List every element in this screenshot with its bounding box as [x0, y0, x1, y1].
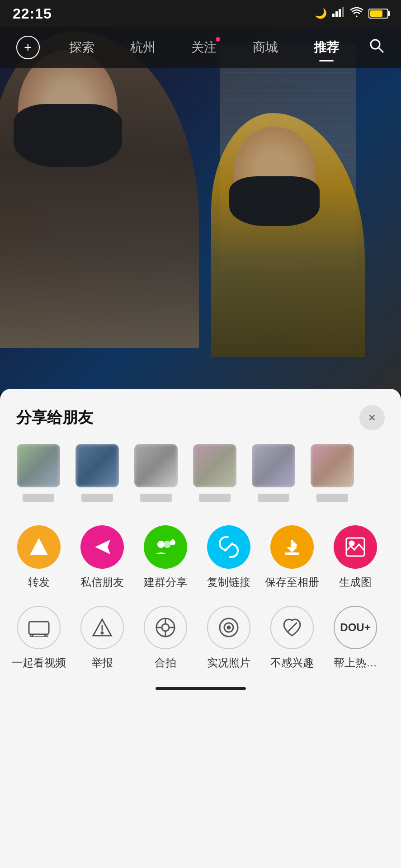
svg-point-4: [371, 40, 380, 49]
friend-avatar: [311, 444, 354, 487]
friend-avatar: [252, 444, 295, 487]
search-button[interactable]: [368, 38, 385, 57]
actions-row-1: 转发 私信朋友 建群分享: [0, 517, 401, 598]
nav-item-hangzhou[interactable]: 杭州: [124, 35, 162, 60]
share-header: 分享给朋友 ×: [0, 389, 401, 439]
friend-avatar: [134, 444, 178, 487]
svg-point-14: [164, 541, 171, 548]
add-button[interactable]: +: [16, 36, 40, 59]
nav-item-explore[interactable]: 探索: [63, 35, 101, 60]
not-interested-icon: [270, 606, 314, 649]
action-report[interactable]: 举报: [71, 602, 134, 674]
private-icon-circle: [80, 525, 124, 569]
share-panel: 分享给朋友 ×: [0, 389, 401, 868]
actions-row-2: 一起看视频 举报: [0, 598, 401, 678]
svg-point-13: [157, 541, 165, 548]
share-title: 分享给朋友: [16, 407, 93, 428]
svg-point-29: [162, 624, 169, 631]
generate-label: 生成图: [339, 575, 372, 590]
friend-item[interactable]: [244, 439, 303, 506]
friend-name: [316, 494, 348, 502]
friend-avatar: [75, 444, 119, 487]
friend-avatar: [193, 444, 236, 487]
collab-label: 合拍: [155, 656, 176, 670]
follow-notification-dot: [216, 37, 220, 42]
report-label: 举报: [91, 656, 113, 670]
svg-rect-25: [29, 622, 49, 634]
svg-line-37: [288, 623, 297, 632]
report-icon: [80, 606, 124, 649]
friend-item[interactable]: [9, 439, 68, 506]
action-generate[interactable]: 生成图: [324, 522, 387, 593]
repost-label: 转发: [28, 575, 50, 590]
svg-rect-0: [332, 14, 335, 17]
watch-together-icon: [17, 606, 61, 649]
signal-icon: [332, 7, 345, 20]
svg-rect-2: [339, 9, 341, 17]
friends-list: [0, 439, 401, 517]
repost-icon-circle: [17, 525, 61, 569]
group-icon-circle: [144, 525, 187, 569]
figure-main: [0, 32, 199, 348]
friend-item[interactable]: [185, 439, 244, 506]
friend-item[interactable]: [68, 439, 127, 506]
private-label: 私信朋友: [80, 575, 124, 590]
action-live-photo[interactable]: 实况照片: [197, 602, 260, 674]
svg-marker-11: [30, 538, 48, 555]
moon-icon: 🌙: [315, 8, 327, 19]
svg-line-18: [225, 543, 232, 551]
status-time: 22:15: [13, 5, 52, 22]
friend-item[interactable]: [127, 439, 185, 506]
friend-name: [199, 494, 231, 502]
action-repost[interactable]: 转发: [7, 522, 71, 593]
action-collab[interactable]: 合拍: [134, 602, 197, 674]
action-copy-link[interactable]: 复制链接: [197, 522, 260, 593]
nav-item-mall[interactable]: 商城: [246, 35, 284, 60]
save-label: 保存至相册: [265, 575, 319, 590]
wifi-icon: [350, 7, 363, 20]
save-icon-circle: [270, 525, 314, 569]
home-indicator: [156, 687, 246, 690]
friend-name: [23, 494, 54, 502]
svg-point-27: [101, 632, 103, 634]
close-icon: ×: [368, 410, 376, 425]
generate-icon-circle: [334, 525, 377, 569]
svg-point-36: [227, 626, 230, 629]
svg-line-5: [379, 48, 383, 52]
friend-name: [140, 494, 172, 502]
battery-icon: [368, 9, 388, 19]
action-not-interested[interactable]: 不感兴趣: [260, 602, 324, 674]
friend-name: [258, 494, 289, 502]
svg-point-24: [349, 541, 354, 546]
collab-icon: [144, 606, 187, 649]
nav-item-follow[interactable]: 关注: [185, 35, 223, 60]
svg-marker-22: [287, 547, 297, 552]
nav-item-recommend[interactable]: 推荐: [307, 35, 345, 60]
copy-link-icon-circle: [207, 525, 250, 569]
plus-icon: +: [24, 40, 32, 55]
action-watch-together[interactable]: 一起看视频: [7, 602, 71, 674]
close-button[interactable]: ×: [359, 405, 385, 430]
svg-rect-1: [335, 11, 338, 17]
friend-item[interactable]: [303, 439, 362, 506]
watch-together-label: 一起看视频: [12, 656, 66, 670]
live-photo-label: 实况照片: [207, 656, 250, 670]
action-private[interactable]: 私信朋友: [71, 522, 134, 593]
copy-link-label: 复制链接: [207, 575, 250, 590]
status-bar: 22:15 🌙: [0, 0, 401, 27]
nav-bar: + 探索 杭州 关注 商城 推荐: [0, 27, 401, 68]
not-interested-label: 不感兴趣: [270, 656, 314, 670]
svg-rect-3: [342, 7, 344, 17]
status-icons: 🌙: [315, 7, 388, 20]
friend-avatar: [17, 444, 60, 487]
action-promote[interactable]: DOU+ 帮上热…: [324, 602, 387, 674]
friend-name: [81, 494, 113, 502]
svg-rect-19: [285, 552, 299, 555]
promote-label: 帮上热…: [334, 656, 377, 670]
promote-icon: DOU+: [334, 606, 377, 649]
group-label: 建群分享: [144, 575, 187, 590]
svg-marker-12: [95, 540, 110, 554]
live-photo-icon: [207, 606, 250, 649]
action-save[interactable]: 保存至相册: [260, 522, 324, 593]
action-group[interactable]: 建群分享: [134, 522, 197, 593]
